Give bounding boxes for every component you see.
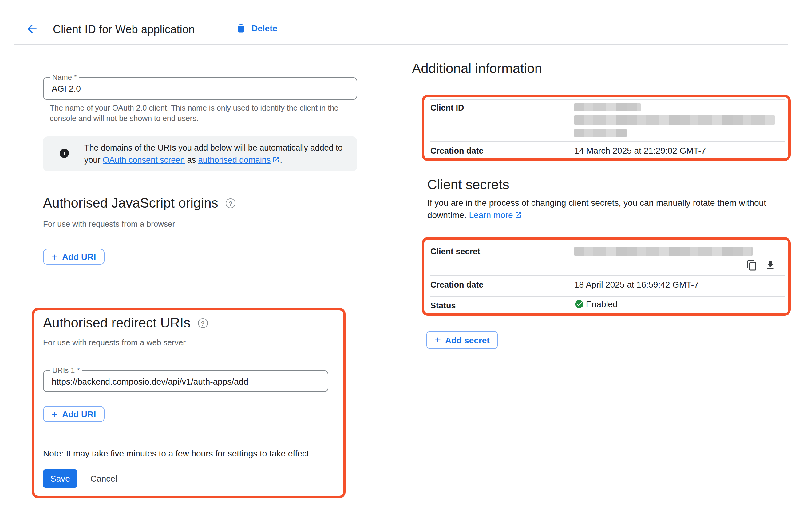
banner-text-2: as	[185, 155, 198, 165]
js-origins-heading: Authorised JavaScript origins ?	[43, 195, 236, 211]
status-badge: Enabled	[574, 299, 618, 309]
uri-1-field: URIs 1 *	[43, 370, 328, 392]
additional-info-title: Additional information	[412, 61, 542, 77]
row-divider	[431, 275, 785, 276]
delete-label: Delete	[252, 23, 277, 33]
name-field-label: Name *	[50, 74, 79, 82]
info-banner-text: The domains of the URIs you add below wi…	[84, 142, 350, 167]
name-input[interactable]	[44, 78, 357, 99]
external-link-icon	[272, 155, 280, 167]
row-divider	[431, 99, 785, 99]
client-id-redacted-line-1	[574, 103, 641, 111]
page: Client ID for Web application Delete Nam…	[0, 0, 803, 532]
save-button[interactable]: Save	[43, 469, 77, 488]
client-secrets-description: If you are in the process of changing cl…	[427, 196, 775, 222]
add-uri-label: Add URI	[62, 409, 96, 419]
add-redirect-uri-button[interactable]: + Add URI	[43, 406, 105, 422]
status-label: Status	[431, 301, 456, 310]
back-arrow-icon	[25, 22, 39, 36]
info-icon: i	[60, 149, 69, 158]
row-divider	[431, 296, 785, 297]
status-value: Enabled	[586, 299, 618, 309]
creation-date-value: 14 March 2025 at 21:29:02 GMT-7	[574, 146, 706, 155]
add-js-origin-uri-button[interactable]: + Add URI	[43, 249, 105, 265]
add-secret-label: Add secret	[445, 335, 490, 345]
trash-icon	[236, 23, 247, 34]
header-bottom-border	[14, 44, 788, 45]
plus-icon: +	[435, 335, 441, 345]
name-helper-text: The name of your OAuth 2.0 client. This …	[50, 103, 339, 124]
back-button[interactable]	[23, 20, 41, 37]
client-secret-redacted-line	[574, 247, 753, 255]
banner-text-3: .	[280, 155, 282, 165]
client-id-highlight-box: Client ID Creation date 14 March 2025 at…	[422, 95, 791, 161]
client-secrets-heading: Client secrets	[427, 177, 509, 193]
plus-icon: +	[52, 251, 58, 262]
redirect-uris-help-icon[interactable]: ?	[198, 318, 207, 328]
client-secrets-title: Client secrets	[427, 177, 509, 193]
redirect-uris-subtitle: For use with requests from a web server	[43, 338, 186, 347]
settings-note: Note: It may take five minutes to a few …	[43, 449, 309, 458]
page-title: Client ID for Web application	[53, 23, 195, 36]
creation-date-label: Creation date	[431, 146, 483, 155]
row-divider	[431, 141, 785, 142]
js-origins-subtitle: For use with requests from a browser	[43, 219, 175, 229]
cancel-button[interactable]: Cancel	[90, 469, 117, 488]
add-uri-label: Add URI	[62, 252, 96, 262]
client-secret-highlight-box: Client secret Creation date 18 April 202…	[422, 237, 791, 316]
delete-button[interactable]: Delete	[236, 23, 277, 34]
learn-more-link[interactable]: Learn more	[469, 210, 513, 220]
authorised-domains-link[interactable]: authorised domains	[198, 155, 271, 165]
uri-1-label: URIs 1 *	[50, 367, 82, 375]
add-secret-button[interactable]: + Add secret	[426, 331, 498, 349]
client-id-redacted-line-2	[574, 115, 775, 125]
uri-1-input[interactable]	[44, 371, 328, 391]
panel-top-border	[14, 14, 788, 14]
client-secret-label: Client secret	[431, 247, 480, 256]
plus-icon: +	[52, 409, 58, 419]
additional-info-heading: Additional information	[412, 61, 542, 77]
row-divider	[431, 158, 785, 158]
secret-creation-date-label: Creation date	[431, 280, 483, 289]
check-circle-icon	[574, 299, 584, 309]
client-id-label: Client ID	[431, 103, 464, 112]
client-id-redacted-line-3	[574, 129, 626, 137]
copy-icon[interactable]	[746, 260, 758, 271]
redirect-uris-title: Authorised redirect URIs	[43, 315, 190, 331]
redirect-uris-heading: Authorised redirect URIs ?	[43, 315, 207, 331]
panel-left-border	[14, 14, 14, 519]
external-link-icon	[515, 209, 522, 222]
secret-creation-date-value: 18 April 2025 at 16:59:42 GMT-7	[574, 280, 699, 289]
oauth-consent-screen-link[interactable]: OAuth consent screen	[103, 155, 185, 165]
name-field: Name *	[43, 77, 357, 99]
js-origins-help-icon[interactable]: ?	[226, 198, 236, 208]
redirect-uris-highlight-box	[32, 308, 346, 498]
js-origins-title: Authorised JavaScript origins	[43, 195, 218, 211]
download-icon[interactable]	[765, 260, 776, 271]
info-banner: i The domains of the URIs you add below …	[43, 136, 357, 171]
